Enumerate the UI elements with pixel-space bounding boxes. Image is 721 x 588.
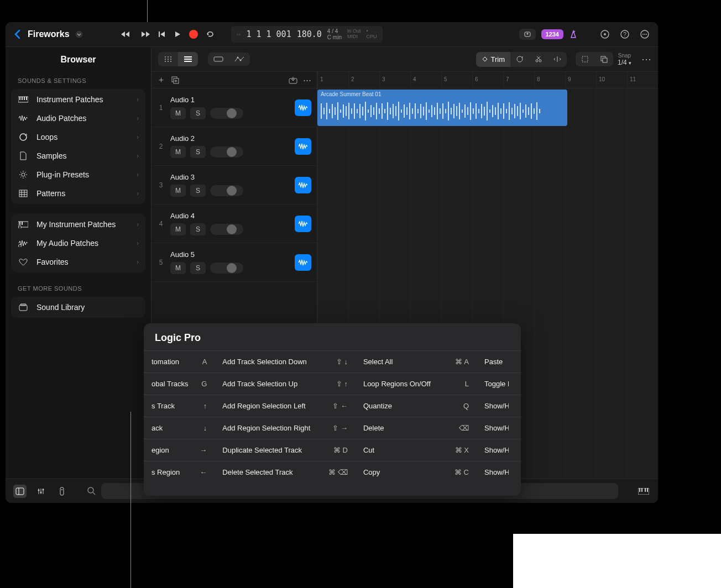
- shortcut-row[interactable]: Delete Selected Track⌘ ⌫: [215, 461, 356, 483]
- shortcut-row[interactable]: Show/Hic: [477, 395, 521, 417]
- shortcut-row[interactable]: Copy⌘ C: [356, 461, 477, 483]
- tuner-button[interactable]: [519, 29, 536, 40]
- go-to-start-button[interactable]: [158, 30, 166, 38]
- project-menu-chevron-icon[interactable]: [75, 30, 83, 38]
- solo-button[interactable]: S: [190, 223, 206, 235]
- sidebar-item-favorites[interactable]: Favorites›: [11, 253, 145, 271]
- shortcut-row[interactable]: Show/Hic: [477, 439, 521, 461]
- track-type-icon[interactable]: [295, 177, 311, 193]
- automation-view-button[interactable]: [229, 53, 250, 66]
- track-header[interactable]: 3 Audio 3 M S: [151, 166, 317, 204]
- volume-slider[interactable]: [210, 224, 243, 235]
- toolbar-more-button[interactable]: ⋯: [641, 53, 651, 65]
- shortcut-row[interactable]: egion→: [144, 439, 215, 461]
- trim-tool-button[interactable]: Trim: [476, 52, 510, 67]
- track-header[interactable]: 2 Audio 2 M S: [151, 127, 317, 166]
- audio-region[interactable]: Arcade Summer Beat 01: [317, 90, 567, 126]
- solo-button[interactable]: S: [190, 146, 206, 158]
- mute-button[interactable]: M: [170, 185, 186, 197]
- sidebar-item-my-instrument-patches[interactable]: My Instrument Patches›: [11, 215, 145, 234]
- shortcut-row[interactable]: Add Track Selection Down⇧ ↓: [215, 350, 356, 372]
- keyboard-toggle-button[interactable]: [637, 485, 650, 498]
- sidebar-item-instrument-patches[interactable]: Instrument Patches›: [11, 90, 145, 109]
- sidebar-item-loops[interactable]: Loops›: [11, 128, 145, 146]
- rewind-button[interactable]: [121, 30, 132, 38]
- sidebar-item-sound-library[interactable]: Sound Library: [11, 298, 145, 317]
- track-header-more-button[interactable]: ⋯: [303, 75, 311, 85]
- region-view-button[interactable]: [208, 53, 229, 66]
- shortcut-row[interactable]: Toggle Li: [477, 372, 521, 395]
- shortcut-row[interactable]: Delete⌫: [356, 417, 477, 439]
- forward-button[interactable]: [139, 30, 150, 38]
- svg-point-0: [75, 31, 82, 38]
- track-type-icon[interactable]: [295, 254, 311, 271]
- volume-slider[interactable]: [210, 262, 243, 274]
- lcd-display[interactable]: ◦◦ 1 1 1 001 180.0 4 / 4 C min In OutMID…: [231, 26, 383, 43]
- track-header[interactable]: 4 Audio 4 M S: [151, 204, 317, 243]
- solo-button[interactable]: S: [190, 107, 206, 119]
- master-volume-icon[interactable]: [600, 29, 610, 39]
- metronome-button[interactable]: [569, 30, 578, 39]
- shortcut-row[interactable]: s Region←: [144, 461, 215, 483]
- play-button[interactable]: [174, 30, 181, 38]
- scissors-tool-button[interactable]: [529, 52, 548, 67]
- import-button[interactable]: [289, 76, 297, 84]
- shortcut-row[interactable]: Show/Hic: [477, 461, 521, 483]
- shortcut-row[interactable]: obal TracksG: [144, 372, 215, 395]
- copy-tool-button[interactable]: [594, 52, 613, 66]
- duplicate-track-button[interactable]: [171, 76, 180, 85]
- mute-button[interactable]: M: [170, 223, 186, 235]
- track-type-icon[interactable]: [295, 216, 311, 232]
- shortcut-row[interactable]: s Track↑: [144, 395, 215, 417]
- help-icon[interactable]: ?: [620, 29, 630, 39]
- volume-slider[interactable]: [210, 146, 243, 158]
- marquee-tool-button[interactable]: [576, 52, 594, 66]
- shortcut-row[interactable]: Select All⌘ A: [356, 350, 477, 372]
- sidebar-item-patterns[interactable]: Patterns›: [11, 184, 145, 203]
- view-grid-button[interactable]: [158, 52, 178, 66]
- mute-button[interactable]: M: [170, 146, 186, 158]
- sidebar-item-audio-patches[interactable]: Audio Patches›: [11, 109, 145, 128]
- editor-toggle-button[interactable]: [55, 485, 69, 498]
- mute-button[interactable]: M: [170, 107, 186, 119]
- shortcut-row[interactable]: Paste: [477, 350, 521, 372]
- project-name[interactable]: Fireworks: [28, 29, 70, 39]
- svg-point-36: [165, 59, 166, 60]
- track-type-icon[interactable]: [295, 99, 311, 116]
- ruler[interactable]: 1234567891011: [317, 72, 658, 88]
- mixer-toggle-button[interactable]: [34, 485, 48, 498]
- more-menu-icon[interactable]: [640, 29, 650, 39]
- track-type-icon[interactable]: [295, 138, 311, 155]
- track-header[interactable]: 1 Audio 1 M S: [151, 88, 317, 127]
- sidebar-item-my-audio-patches[interactable]: My Audio Patches›: [11, 234, 145, 253]
- solo-button[interactable]: S: [190, 185, 206, 197]
- snap-display[interactable]: Snap 1/4 ▾: [618, 53, 631, 66]
- shortcut-row[interactable]: tomationA: [144, 350, 215, 372]
- solo-button[interactable]: S: [190, 262, 206, 274]
- track-header[interactable]: 5 Audio 5 M S: [151, 243, 317, 282]
- volume-slider[interactable]: [210, 185, 243, 196]
- sidebar-item-plugin-presets[interactable]: Plug-in Presets›: [11, 165, 145, 184]
- shortcut-row[interactable]: Add Region Selection Left⇧ ←: [215, 395, 356, 417]
- shortcut-row[interactable]: ack↓: [144, 417, 215, 439]
- shortcut-row[interactable]: QuantizeQ: [356, 395, 477, 417]
- back-button[interactable]: [11, 29, 23, 39]
- shortcut-row[interactable]: Add Track Selection Up⇧ ↑: [215, 372, 356, 395]
- view-list-button[interactable]: [178, 52, 198, 66]
- split-tool-button[interactable]: [548, 52, 567, 67]
- shortcut-row[interactable]: Duplicate Selected Track⌘ D: [215, 439, 356, 461]
- count-in-button[interactable]: 1234: [541, 29, 563, 39]
- shortcut-row[interactable]: Cut⌘ X: [356, 439, 477, 461]
- loop-tool-button[interactable]: [510, 52, 529, 67]
- mute-button[interactable]: M: [170, 262, 186, 274]
- record-button[interactable]: [189, 30, 198, 39]
- browser-toggle-button[interactable]: [13, 485, 27, 498]
- sidebar-item-samples[interactable]: Samples›: [11, 146, 145, 165]
- shortcut-row[interactable]: Loop Regions On/OffL: [356, 372, 477, 395]
- shortcut-row[interactable]: Show/Hic: [477, 417, 521, 439]
- chevron-right-icon: ›: [137, 133, 139, 141]
- cycle-button[interactable]: [206, 30, 216, 38]
- add-track-button[interactable]: ＋: [157, 75, 165, 85]
- volume-slider[interactable]: [210, 108, 243, 119]
- shortcut-row[interactable]: Add Region Selection Right⇧ →: [215, 417, 356, 439]
